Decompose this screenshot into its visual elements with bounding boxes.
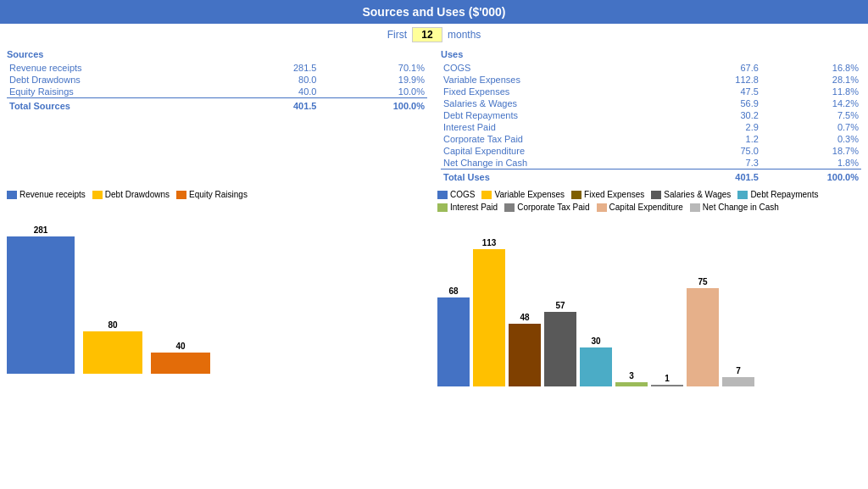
source-pct: 19.9%: [319, 74, 427, 86]
bar: [687, 288, 719, 386]
legend-item: Fixed Expenses: [571, 190, 644, 199]
legend-label: Equity Raisings: [189, 190, 248, 199]
legend-item: Net Change in Cash: [690, 203, 779, 212]
use-pct: 28.1%: [761, 74, 861, 86]
legend-label: COGS: [450, 190, 475, 199]
use-label: Net Change in Cash: [441, 157, 683, 169]
uses-total-value: 401.5: [683, 169, 760, 184]
legend-color: [437, 191, 448, 199]
bar: [651, 385, 683, 386]
source-pct: 70.1%: [319, 62, 427, 74]
legend-color: [92, 191, 103, 199]
legend-item: Interest Paid: [437, 203, 498, 212]
use-label: Variable Expenses: [441, 74, 683, 86]
legend-label: Interest Paid: [450, 203, 498, 212]
legend-label: Revenue receipts: [19, 190, 86, 199]
use-label: Interest Paid: [441, 121, 683, 133]
use-value: 112.8: [683, 74, 760, 86]
use-pct: 14.2%: [761, 97, 861, 109]
legend-color: [737, 191, 748, 199]
table-row: Net Change in Cash 7.3 1.8%: [441, 157, 861, 169]
legend-item: Corporate Tax Paid: [504, 203, 589, 212]
use-pct: 1.8%: [761, 157, 861, 169]
use-value: 47.5: [683, 86, 760, 97]
bar: [473, 249, 505, 386]
bar: [83, 331, 142, 374]
bar-group: 113: [473, 238, 505, 386]
left-chart-area: 281 80 40: [7, 204, 431, 374]
bar-group: 48: [509, 238, 541, 386]
bar-group: 7: [722, 238, 754, 386]
legend-color: [690, 203, 700, 212]
legend-item: COGS: [437, 190, 475, 199]
bar: [580, 347, 612, 386]
table-row: Variable Expenses 112.8 28.1%: [441, 74, 861, 86]
use-value: 1.2: [683, 133, 760, 145]
bar-group: 68: [437, 238, 470, 386]
use-pct: 7.5%: [761, 109, 861, 121]
table-row: Debt Drawdowns 80.0 19.9%: [7, 74, 427, 86]
bar-group: 75: [687, 238, 719, 386]
legend-label: Salaries & Wages: [664, 190, 731, 199]
legend-color: [437, 203, 448, 212]
right-chart-area: 68 113 48 57 30 3 1 75 7: [437, 217, 861, 386]
charts-section: Revenue receipts Debt Drawdowns Equity R…: [0, 186, 868, 390]
bar-label: 1: [665, 374, 670, 383]
bar-label: 57: [555, 301, 565, 310]
use-label: Debt Repayments: [441, 109, 683, 121]
bar-group: 40: [151, 225, 210, 374]
uses-header: Uses: [441, 49, 861, 59]
bar: [437, 297, 470, 386]
bar-label: 281: [34, 225, 48, 235]
bar: [509, 324, 541, 386]
table-row: Equity Raisings 40.0 10.0%: [7, 86, 427, 98]
bar-group: 30: [580, 238, 612, 386]
bar-label: 7: [736, 366, 741, 375]
use-pct: 0.3%: [761, 133, 861, 145]
use-value: 7.3: [683, 157, 760, 169]
legend-item: Debt Drawdowns: [92, 190, 170, 199]
sources-table: Revenue receipts 281.5 70.1%Debt Drawdow…: [7, 62, 427, 112]
source-value: 281.5: [236, 62, 320, 74]
source-label: Debt Drawdowns: [7, 74, 236, 86]
sources-total-pct: 100.0%: [319, 98, 427, 113]
legend-item: Equity Raisings: [176, 190, 248, 199]
bar-group: 80: [83, 225, 142, 374]
legend-label: Debt Drawdowns: [105, 190, 170, 199]
bar-label: 30: [591, 336, 600, 346]
source-label: Equity Raisings: [7, 86, 236, 98]
bar: [151, 353, 210, 374]
bar-label: 48: [520, 313, 529, 322]
legend-color: [571, 191, 581, 199]
legend-label: Corporate Tax Paid: [517, 203, 589, 212]
uses-total-label: Total Uses: [441, 169, 683, 184]
bar: [722, 377, 754, 386]
legend-color: [176, 191, 186, 199]
bar-label: 75: [698, 277, 707, 286]
bar-label: 68: [448, 286, 458, 296]
table-row: Capital Expenditure 75.0 18.7%: [441, 145, 861, 157]
legend-item: Variable Expenses: [481, 190, 565, 199]
use-value: 2.9: [683, 121, 760, 133]
sources-total-value: 401.5: [236, 98, 320, 113]
use-value: 67.6: [683, 62, 760, 74]
months-input[interactable]: [412, 27, 442, 42]
legend-label: Fixed Expenses: [584, 190, 644, 199]
uses-total-pct: 100.0%: [761, 169, 861, 184]
use-pct: 11.8%: [761, 86, 861, 97]
legend-label: Net Change in Cash: [703, 203, 779, 212]
legend-color: [7, 191, 17, 199]
legend-color: [597, 203, 607, 212]
source-value: 40.0: [236, 86, 320, 98]
use-pct: 18.7%: [761, 145, 861, 157]
use-pct: 16.8%: [761, 62, 861, 74]
sources-header: Sources: [7, 49, 427, 59]
uses-panel: Uses COGS 67.6 16.8%Variable Expenses 11…: [434, 46, 868, 186]
use-label: Corporate Tax Paid: [441, 133, 683, 145]
bar-label: 113: [482, 238, 497, 247]
legend-label: Capital Expenditure: [609, 203, 683, 212]
legend-item: Salaries & Wages: [651, 190, 731, 199]
use-value: 56.9: [683, 97, 760, 109]
bar-group: 3: [615, 238, 648, 386]
use-value: 75.0: [683, 145, 760, 157]
